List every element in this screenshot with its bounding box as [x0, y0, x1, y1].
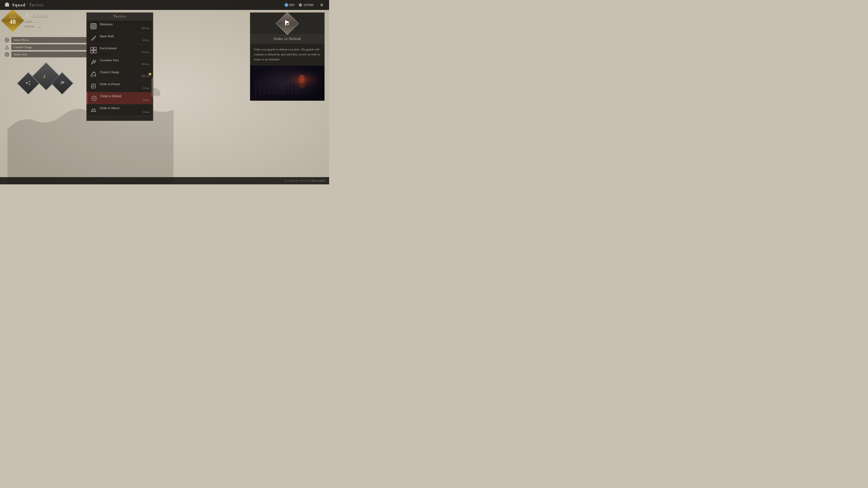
svg-rect-51: [91, 47, 93, 50]
tactic-diamonds-area: ♪: [4, 62, 77, 100]
tactics-icon-ceaseless-fury: [90, 58, 98, 66]
detail-image-scene: [250, 66, 324, 101]
tactics-item-info-defensive: Defensive 180 sec.: [100, 23, 150, 30]
attack-label: Attack: [24, 20, 32, 23]
svg-point-47: [29, 81, 30, 82]
currency-premium-value: 999: [289, 3, 294, 7]
tactics-time-order-protect: 30 sec.: [100, 87, 150, 90]
tactics-item-info-order-march: Order to March 30 sec.: [100, 106, 150, 114]
tactics-icon-order-march: [90, 106, 98, 114]
svg-rect-54: [94, 51, 96, 53]
tactics-item-spear-wall[interactable]: Spear Wall 90 sec.: [87, 32, 153, 44]
svg-rect-38: [26, 16, 29, 17]
svg-rect-82: [289, 86, 290, 95]
tactics-item-info-ceaseless-fury: Ceaseless Fury 180 sec.: [100, 59, 150, 66]
detail-diamond-inner: [283, 18, 292, 29]
skill-icon-circle-1: [4, 37, 9, 42]
unit-name-row: Guards: [24, 12, 48, 18]
hired-number: 48: [9, 18, 16, 25]
tactics-item-info-order-protect: Order to Protect 30 sec.: [100, 83, 150, 90]
top-bar-right: 999 107609 ✕: [285, 1, 326, 8]
tactics-scrollbar[interactable]: [152, 20, 153, 116]
app-title: Squad: [12, 3, 26, 7]
tactics-item-chariot-charge[interactable]: Chariot Charge 400 sec.: [87, 68, 153, 80]
tactics-name-chariot-charge: Chariot Charge: [100, 70, 150, 74]
svg-point-58: [287, 23, 289, 25]
svg-text:♪: ♪: [43, 72, 46, 79]
svg-point-81: [286, 85, 287, 87]
svg-rect-69: [273, 85, 274, 95]
tactics-panel-header: Tactics: [87, 13, 153, 20]
svg-rect-63: [259, 85, 260, 95]
tactics-name-defensive: Defensive: [100, 23, 150, 26]
unit-info: Guards Attack 261 Defense 265: [24, 12, 48, 29]
svg-point-44: [6, 54, 7, 55]
tactics-time-order-march: 30 sec.: [100, 110, 150, 114]
tactics-item-order-protect[interactable]: Order to Protect 30 sec.: [87, 80, 153, 92]
skill-icon-triangle-2: [4, 45, 9, 50]
tactics-name-order-protect: Order to Protect: [100, 83, 150, 86]
tactics-icon-order-defend: [90, 94, 98, 102]
unit-name: Guards: [32, 12, 48, 18]
skill-name-battle-roar: Battle Roar: [14, 53, 27, 56]
svg-point-56: [94, 75, 96, 76]
tactics-time-spear-wall: 90 sec.: [100, 39, 150, 42]
svg-rect-52: [94, 47, 96, 50]
svg-rect-84: [293, 87, 294, 95]
svg-point-83: [289, 85, 291, 86]
tactics-name-order-march: Order to March: [100, 106, 150, 110]
currency-premium: 999: [285, 3, 294, 7]
svg-rect-71: [277, 86, 278, 95]
tactics-item-order-defend[interactable]: Order to Defend 30 sec.: [87, 92, 153, 104]
tactics-name-spear-wall: Spear Wall: [100, 35, 150, 38]
thegamer-branding: ゴームケゲーマーズ THEGAMER: [285, 179, 326, 183]
detail-image: [250, 66, 324, 101]
tactics-item-encirclement[interactable]: Encirclement 210 sec.: [87, 44, 153, 56]
tactics-time-order-defend: 30 sec.: [101, 98, 150, 102]
app-logo: Squad Tactics: [4, 2, 44, 8]
attack-value: 261: [34, 20, 39, 23]
tactics-icon-chariot-charge: [90, 70, 98, 78]
svg-point-85: [292, 86, 294, 87]
diamond-right-icon: [59, 79, 66, 88]
svg-rect-53: [91, 51, 93, 53]
tactics-time-encirclement: 210 sec.: [100, 51, 150, 54]
currency-gold-value: 107609: [303, 3, 313, 7]
tactics-item-order-march[interactable]: Order to March 30 sec.: [87, 104, 153, 116]
svg-point-48: [29, 84, 30, 85]
detail-description: Order your guards to defend a location. …: [250, 43, 324, 66]
detail-title: Order to Defend: [250, 34, 324, 43]
tactics-list: Defensive 180 sec. Spear Wall 90 sec.: [87, 20, 153, 116]
svg-rect-73: [255, 79, 256, 86]
unit-stats: Attack 261 Defense 265: [24, 19, 48, 29]
tactics-name-order-defend: Order to Defend: [101, 94, 150, 98]
unit-type-icon: [24, 13, 30, 18]
tactics-panel-footer: [87, 116, 153, 121]
svg-rect-74: [260, 78, 260, 85]
tactics-scrollbar-thumb[interactable]: [152, 78, 153, 97]
tactics-item-info-spear-wall: Spear Wall 90 sec.: [100, 35, 150, 42]
diamond-icon: [284, 3, 289, 7]
svg-point-40: [6, 39, 7, 40]
skill-name-chariot-charge: Chariot Charge: [14, 45, 32, 49]
tactics-panel: Tactics Defensive 180 sec.: [87, 12, 153, 121]
svg-rect-76: [269, 77, 269, 84]
tactics-item-defensive[interactable]: Defensive 180 sec.: [87, 20, 153, 32]
coin-icon: [299, 3, 302, 6]
tactics-scroll-container[interactable]: Defensive 180 sec. Spear Wall 90 sec.: [87, 20, 153, 116]
detail-panel: Order to Defend Order your guards to def…: [250, 12, 324, 101]
tactics-name-encirclement: Encirclement: [100, 46, 150, 50]
svg-rect-67: [268, 84, 270, 95]
detail-icon-area: [250, 13, 324, 34]
close-button[interactable]: ✕: [318, 1, 326, 8]
skill-name-stone-throw: Stone Throw: [14, 38, 29, 42]
detail-diamond: [276, 12, 299, 35]
tactics-time-ceaseless-fury: 180 sec.: [100, 63, 150, 66]
tactics-icon-encirclement: [90, 46, 98, 54]
tactics-icon-spear-wall: [90, 34, 98, 42]
tactics-item-info-chariot-charge: Chariot Charge 400 sec.: [100, 70, 150, 78]
svg-rect-77: [273, 78, 274, 85]
tactics-time-chariot-charge: 400 sec.: [100, 74, 150, 78]
svg-rect-86: [250, 95, 324, 101]
tactics-item-ceaseless-fury[interactable]: Ceaseless Fury 180 sec.: [87, 56, 153, 68]
